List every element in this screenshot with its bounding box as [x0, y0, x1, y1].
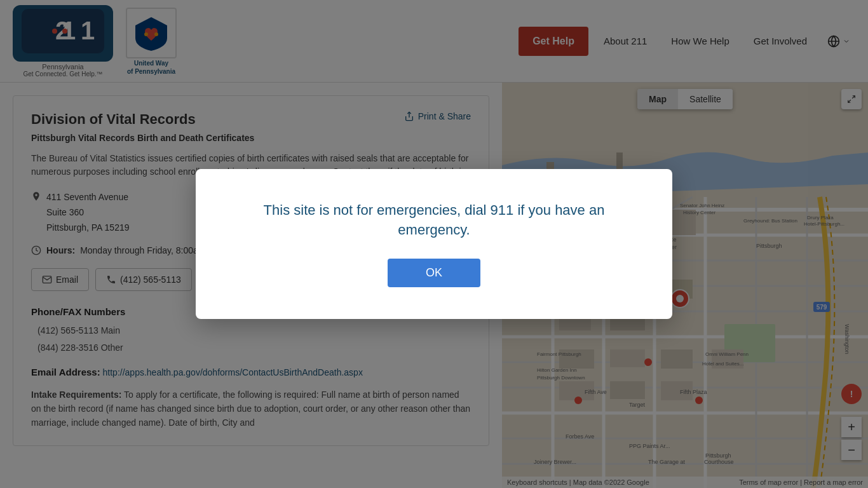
modal-ok-button[interactable]: OK	[388, 259, 480, 287]
modal-dialog: This site is not for emergencies, dial 9…	[196, 169, 672, 320]
modal-overlay: This site is not for emergencies, dial 9…	[0, 0, 868, 488]
modal-message: This site is not for emergencies, dial 9…	[234, 201, 634, 240]
